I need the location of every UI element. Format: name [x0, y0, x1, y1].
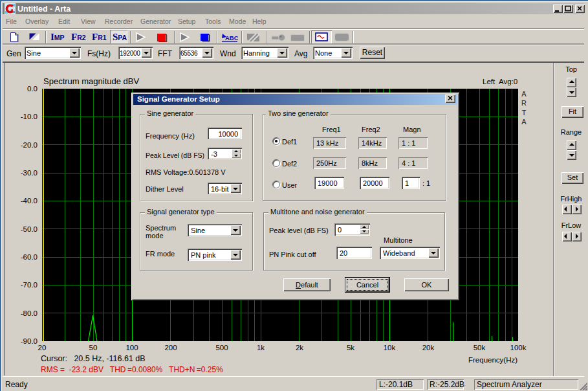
svg-text:ABC: ABC	[225, 34, 238, 41]
